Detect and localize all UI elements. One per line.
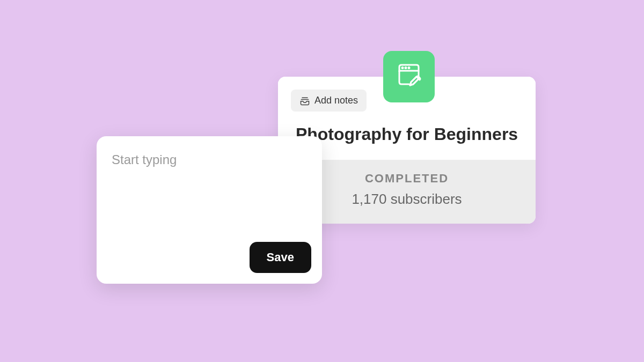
svg-point-2	[405, 68, 406, 69]
edit-window-badge	[383, 51, 435, 102]
svg-point-3	[408, 68, 409, 69]
save-button[interactable]: Save	[250, 242, 311, 273]
browser-edit-icon	[394, 61, 424, 93]
svg-point-1	[402, 68, 403, 69]
status-badge: COMPLETED	[291, 172, 523, 186]
subscriber-count: 1,170 subscribers	[291, 191, 523, 208]
inbox-icon	[299, 95, 310, 106]
add-notes-label: Add notes	[314, 95, 358, 106]
note-editor-card: Save	[97, 136, 322, 284]
note-input[interactable]	[112, 152, 307, 233]
add-notes-button[interactable]: Add notes	[291, 90, 367, 112]
course-title: Photography for Beginners	[291, 123, 523, 145]
